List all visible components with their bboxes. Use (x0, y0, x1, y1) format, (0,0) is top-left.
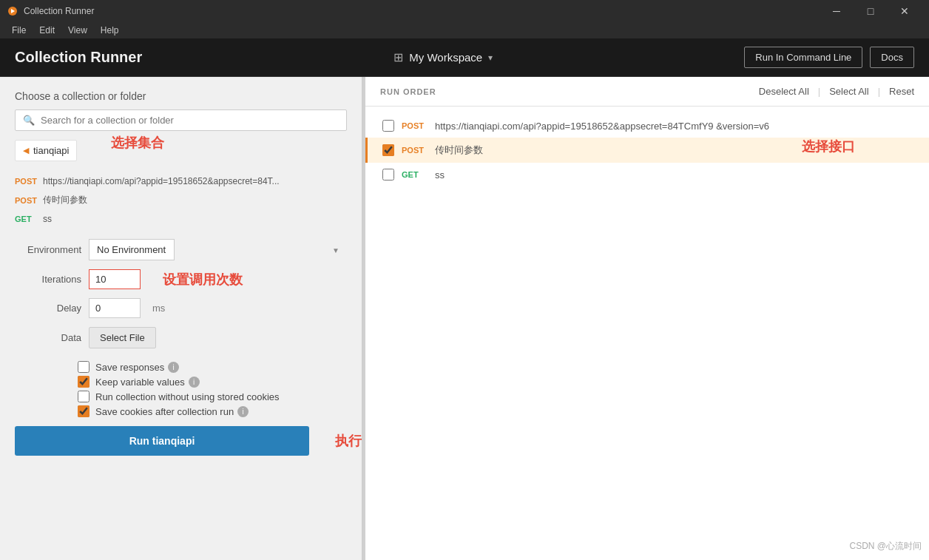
run-order-item-selected[interactable]: POST 传时间参数 (365, 138, 929, 163)
panel-header: Choose a collection or folder (0, 77, 362, 109)
title-bar: Collection Runner ─ □ ✕ (0, 0, 929, 22)
search-box: 🔍 (15, 109, 347, 131)
ms-label: ms (152, 303, 165, 314)
top-nav-left: Collection Runner (15, 49, 142, 66)
menu-view[interactable]: View (62, 24, 93, 37)
run-order-item-wrapper: POST 传时间参数 选择接口 (365, 138, 929, 163)
method-badge-post: POST (15, 196, 37, 205)
watermark: CSDN @心流时间 (849, 540, 922, 553)
collection-name: tianqiapi (33, 145, 69, 156)
annotation-execute: 执行 (335, 432, 362, 450)
run-button[interactable]: Run tianqiapi (15, 426, 309, 456)
workspace-name: My Workspace (409, 51, 482, 64)
keep-variables-label: Keep variable values i (95, 377, 200, 388)
run-order-checkbox-checked[interactable] (382, 144, 394, 156)
run-order-list: POST https://tianqiapi.com/api?appid=195… (365, 107, 929, 194)
method-badge-get: GET (15, 215, 37, 223)
request-url: 传时间参数 (43, 194, 87, 206)
run-order-header: RUN ORDER Deselect All | Select All | Re… (365, 77, 929, 107)
search-input[interactable] (41, 115, 339, 126)
save-cookies-checkbox[interactable] (78, 405, 89, 417)
run-without-cookies-checkbox[interactable] (78, 391, 89, 402)
keep-variables-checkbox[interactable] (78, 376, 89, 388)
annotation-choose-collection: 选择集合 (111, 134, 164, 152)
list-item[interactable]: POST 传时间参数 (15, 190, 347, 210)
search-icon: 🔍 (23, 115, 35, 126)
close-button[interactable]: ✕ (888, 0, 922, 22)
run-order-item[interactable]: POST https://tianqiapi.com/api?appid=195… (365, 114, 929, 138)
workspace-selector[interactable]: ⊞ My Workspace ▾ (393, 50, 493, 64)
app-icon (7, 6, 18, 16)
keep-variables-info-icon[interactable]: i (189, 377, 200, 388)
annotation-set-iterations: 设置调用次数 (163, 271, 243, 289)
delay-row: Delay ms (15, 298, 347, 318)
data-label: Data (15, 332, 81, 343)
save-responses-checkbox[interactable] (78, 361, 89, 373)
save-responses-label: Save responses i (95, 362, 179, 373)
delay-label: Delay (15, 303, 81, 314)
select-all-button[interactable]: Select All (829, 86, 868, 97)
settings-section: Environment No Environment Iterations 设置… (0, 228, 362, 360)
minimize-button[interactable]: ─ (820, 0, 854, 22)
run-without-cookies-label: Run collection without using stored cook… (95, 391, 280, 402)
app-title: Collection Runner (24, 6, 94, 16)
divider: | (818, 86, 820, 97)
run-without-cookies-row: Run collection without using stored cook… (0, 389, 362, 404)
run-in-cmd-button[interactable]: Run In Command Line (744, 47, 862, 68)
method-badge-get: GET (402, 170, 428, 179)
collection-header-section: ◀ tianqiapi 选择集合 (0, 140, 362, 169)
list-item[interactable]: POST https://tianqiapi.com/api?appid=195… (15, 172, 347, 190)
save-responses-info-icon[interactable]: i (168, 362, 179, 373)
docs-button[interactable]: Docs (870, 47, 914, 68)
iterations-row: Iterations 设置调用次数 (15, 269, 347, 289)
delay-input[interactable] (89, 298, 141, 318)
left-panel: Choose a collection or folder 🔍 ◀ tianqi… (0, 77, 362, 560)
run-button-section: Run tianqiapi 执行 (0, 419, 362, 463)
top-nav-right: Run In Command Line Docs (744, 47, 914, 68)
save-cookies-row: Save cookies after collection run i (0, 404, 362, 419)
data-row: Data Select File (15, 327, 347, 348)
menu-edit[interactable]: Edit (33, 24, 61, 37)
menu-help[interactable]: Help (95, 24, 125, 37)
collection-arrow-icon: ◀ (23, 146, 29, 155)
list-item[interactable]: GET ss (15, 210, 347, 228)
environment-select[interactable]: No Environment (89, 239, 175, 260)
method-badge-post: POST (15, 177, 37, 186)
save-responses-row: Save responses i (0, 360, 362, 374)
collection-item[interactable]: ◀ tianqiapi (15, 140, 77, 161)
request-list: POST https://tianqiapi.com/api?appid=195… (0, 172, 362, 228)
main-content: Choose a collection or folder 🔍 ◀ tianqi… (0, 77, 929, 560)
keep-variables-row: Keep variable values i (0, 374, 362, 389)
request-url: https://tianqiapi.com/api?appid=19518652… (43, 176, 280, 186)
iterations-input[interactable] (89, 269, 141, 289)
select-file-button[interactable]: Select File (89, 327, 156, 348)
run-order-checkbox[interactable] (382, 169, 394, 181)
workspace-chevron-icon: ▾ (488, 53, 493, 63)
reset-button[interactable]: Reset (889, 86, 914, 97)
run-order-actions: Deselect All | Select All | Reset (759, 86, 914, 97)
environment-label: Environment (15, 244, 81, 255)
window-controls: ─ □ ✕ (820, 0, 922, 22)
run-order-checkbox[interactable] (382, 120, 394, 132)
workspace-icon: ⊞ (393, 50, 403, 64)
menu-file[interactable]: File (6, 24, 32, 37)
run-order-url: https://tianqiapi.com/api?appid=19518652… (435, 121, 769, 132)
menu-bar: File Edit View Help (0, 22, 929, 38)
maximize-button[interactable]: □ (854, 0, 888, 22)
method-badge-post: POST (402, 121, 428, 130)
save-cookies-label: Save cookies after collection run i (95, 406, 249, 417)
save-cookies-info-icon[interactable]: i (237, 406, 249, 417)
watermark-text: CSDN @心流时间 (849, 541, 922, 551)
run-order-title: RUN ORDER (380, 87, 436, 96)
title-bar-left: Collection Runner (7, 6, 94, 16)
run-order-item[interactable]: GET ss (365, 163, 929, 186)
run-order-url: ss (435, 169, 445, 181)
deselect-all-button[interactable]: Deselect All (759, 86, 809, 97)
environment-select-wrapper: No Environment (89, 239, 347, 260)
environment-row: Environment No Environment (15, 239, 347, 260)
run-order-url: 传时间参数 (435, 144, 483, 157)
top-nav: Collection Runner ⊞ My Workspace ▾ Run I… (0, 38, 929, 77)
request-url: ss (43, 214, 52, 224)
divider: | (878, 86, 880, 97)
iterations-label: Iterations (15, 274, 81, 285)
